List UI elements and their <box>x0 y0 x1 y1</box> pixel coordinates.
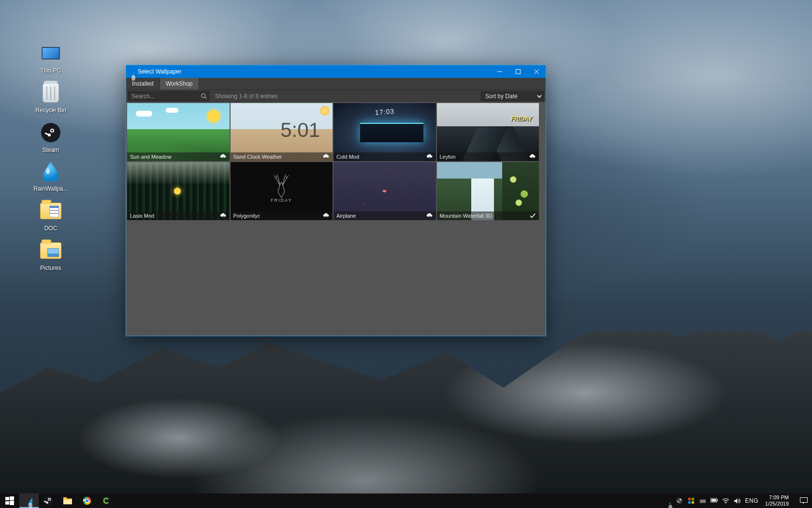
search-box[interactable] <box>128 91 209 101</box>
tray-volume-icon[interactable] <box>734 497 741 505</box>
taskbar-chrome[interactable] <box>77 493 97 508</box>
svg-rect-28 <box>717 499 718 501</box>
card-bar: Airplane <box>334 211 436 220</box>
sort-select[interactable]: Sort by Date <box>481 91 544 101</box>
card-bar: Sun and Meadow <box>127 152 230 161</box>
cloud-download-icon[interactable] <box>529 153 536 160</box>
titlebar[interactable]: Select Wallpaper <box>126 65 546 78</box>
svg-rect-24 <box>688 501 690 504</box>
wallpaper-card-lasix-mod[interactable]: Lasix Mod <box>127 162 230 220</box>
cloud-download-icon[interactable] <box>426 153 433 160</box>
card-bar: Mountain Waterfall 3D <box>437 211 539 220</box>
svg-rect-13 <box>63 497 67 499</box>
windows-icon <box>5 496 14 505</box>
wallpaper-card-leyton[interactable]: Leyton <box>437 103 539 161</box>
deer-shape <box>264 173 298 207</box>
cloud-download-icon[interactable] <box>323 153 330 160</box>
card-bar: Leyton <box>437 152 539 161</box>
drop-icon <box>26 496 32 505</box>
search-icon <box>201 93 207 100</box>
maximize-button[interactable] <box>509 65 527 78</box>
check-icon <box>529 212 536 219</box>
search-input[interactable] <box>128 91 209 101</box>
tray-gpu-icon[interactable] <box>699 497 707 505</box>
tray-steam-icon[interactable] <box>676 497 683 505</box>
cloud-download-icon[interactable] <box>323 212 330 219</box>
svg-rect-25 <box>691 501 694 504</box>
tray-date: 1/25/2019 <box>765 501 789 507</box>
tray-language[interactable]: ENG <box>745 497 759 504</box>
wallpaper-card-airplane[interactable]: Airplane <box>334 162 436 220</box>
wallpaper-card-sand-clock-weather[interactable]: Sand Clock Weather <box>231 103 333 161</box>
file-explorer-icon <box>63 496 72 505</box>
svg-point-20 <box>680 499 682 501</box>
taskbar-camtasia[interactable] <box>97 493 116 508</box>
desktop-icon-doc[interactable]: DOC <box>29 199 72 232</box>
card-label: Polygonilyc <box>233 213 261 219</box>
svg-rect-31 <box>800 498 808 503</box>
start-button[interactable] <box>0 493 19 508</box>
tray-security-icon[interactable] <box>687 497 695 505</box>
camtasia-icon <box>102 496 111 505</box>
app-icon <box>126 68 137 75</box>
card-label: Leyton <box>440 154 456 160</box>
action-center-button[interactable] <box>796 493 812 508</box>
cloud-download-icon[interactable] <box>220 212 227 219</box>
svg-rect-8 <box>10 501 14 505</box>
close-button[interactable] <box>527 65 546 78</box>
wallpaper-card-cold-mod[interactable]: Cold Mod <box>334 103 436 161</box>
desktop-icon-label: This PC <box>29 67 72 75</box>
chrome-icon <box>83 496 91 505</box>
desktop-icon-pictures[interactable]: Pictures <box>29 239 72 272</box>
wallpaper-card-mountain-waterfall-3d[interactable]: Mountain Waterfall 3D <box>437 162 539 220</box>
tray-wifi-icon[interactable] <box>722 497 730 505</box>
folder-doc-icon <box>39 199 62 223</box>
svg-point-19 <box>676 498 682 504</box>
taskbar[interactable]: ENG 7:09 PM 1/25/2019 <box>0 493 812 508</box>
select-wallpaper-window[interactable]: Select Wallpaper Installed WorkShop Show… <box>126 65 546 336</box>
action-center-icon <box>800 497 808 504</box>
desktop-icon-label: Recycle Bin <box>29 106 72 114</box>
wallpaper-card-sun-and-meadow[interactable]: Sun and Meadow <box>127 103 230 161</box>
svg-rect-5 <box>5 497 9 500</box>
tray-rainwallpaper-icon[interactable] <box>664 497 672 505</box>
tab-workshop[interactable]: WorkShop <box>160 78 199 90</box>
svg-rect-6 <box>10 496 14 500</box>
desktop-icon-steam[interactable]: Steam <box>29 121 72 154</box>
recycle-bin-icon <box>39 81 62 105</box>
svg-point-10 <box>49 499 50 500</box>
minimize-button[interactable] <box>491 65 509 78</box>
tray-clock[interactable]: 7:09 PM 1/25/2019 <box>762 493 792 508</box>
desktop-icon-label: RainWallpa... <box>29 185 72 193</box>
card-bar: Cold Mod <box>334 152 436 161</box>
steam-icon <box>39 121 62 144</box>
tab-installed[interactable]: Installed <box>126 78 160 90</box>
rainwallpaper-icon <box>39 160 62 183</box>
svg-rect-29 <box>711 499 716 501</box>
card-bar: Sand Clock Weather <box>231 152 333 161</box>
desktop-icon-rainwallpaper[interactable]: RainWallpa... <box>29 160 72 193</box>
svg-point-4 <box>202 93 205 97</box>
cloud-download-icon[interactable] <box>220 153 227 160</box>
svg-rect-23 <box>691 498 694 500</box>
taskbar-file-explorer[interactable] <box>58 493 77 508</box>
svg-point-11 <box>46 502 49 504</box>
desktop-icon-label: Steam <box>29 146 72 154</box>
cloud-download-icon[interactable] <box>426 212 433 219</box>
taskbar-steam[interactable] <box>39 493 58 508</box>
system-tray[interactable]: ENG 7:09 PM 1/25/2019 <box>660 493 796 508</box>
desktop-icon-this-pc[interactable]: This PC <box>29 42 72 75</box>
card-label: Lasix Mod <box>130 213 154 219</box>
desktop-icon-label: DOC <box>29 224 72 232</box>
desktop-icon-recycle-bin[interactable]: Recycle Bin <box>29 81 72 114</box>
taskbar-rainwallpaper[interactable] <box>19 493 39 508</box>
wallpaper-card-polygonilyc[interactable]: Polygonilyc <box>231 162 333 220</box>
wallpaper-grid[interactable]: Sun and Meadow Sand Clock Weather Cold M… <box>126 102 546 336</box>
svg-point-21 <box>678 501 679 502</box>
card-label: Mountain Waterfall 3D <box>440 213 492 219</box>
results-status: Showing 1-8 of 8 entries <box>212 93 478 100</box>
folder-pictures-icon <box>39 239 62 262</box>
tray-battery-icon[interactable] <box>710 497 718 505</box>
this-pc-icon <box>39 42 62 65</box>
card-label: Airplane <box>336 213 356 219</box>
